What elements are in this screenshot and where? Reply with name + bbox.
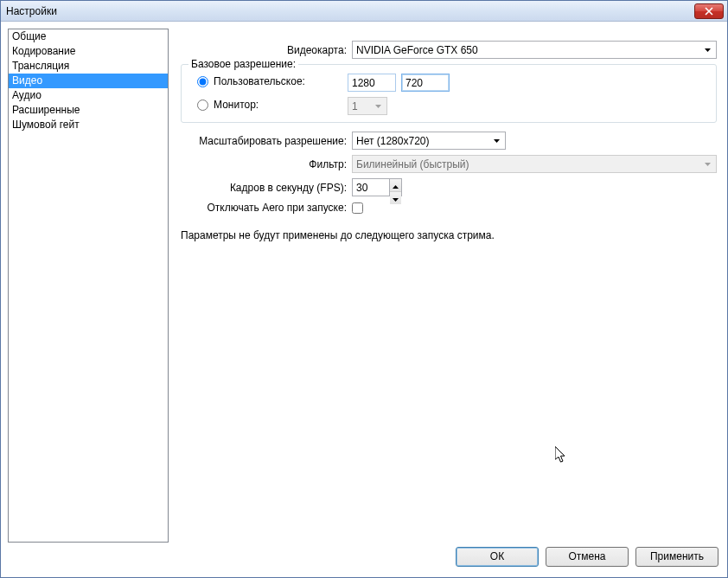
close-icon	[705, 3, 713, 19]
fps-input[interactable]	[352, 178, 389, 196]
base-resolution-group: Базовое разрешение: Пользовательское:	[181, 64, 717, 123]
custom-height-input[interactable]	[401, 74, 450, 92]
chevron-up-icon	[393, 179, 399, 191]
radio-custom-label: Пользовательское:	[214, 75, 305, 87]
chevron-down-icon	[490, 132, 503, 149]
custom-width-input[interactable]	[348, 74, 396, 92]
dialog-button-bar: ОК Отмена Применить	[1, 543, 727, 577]
chevron-down-icon	[701, 42, 714, 58]
filter-combo: Билинейный (быстрый)	[352, 155, 717, 173]
fps-up-button[interactable]	[390, 179, 401, 192]
base-resolution-legend: Базовое разрешение:	[188, 58, 298, 70]
videocard-combo[interactable]: NVIDIA GeForce GTX 650	[352, 41, 717, 59]
sidebar-item-audio[interactable]: Аудио	[9, 88, 168, 103]
settings-window: Настройки Общие Кодирование Трансляция В…	[0, 0, 728, 578]
sidebar-item-stream[interactable]: Трансляция	[9, 59, 168, 74]
cancel-button[interactable]: Отмена	[546, 547, 629, 567]
sidebar-item-noisegate[interactable]: Шумовой гейт	[9, 118, 168, 132]
sidebar-item-general[interactable]: Общие	[9, 29, 168, 44]
radio-custom-input[interactable]	[197, 76, 208, 87]
aero-label: Отключать Aero при запуске:	[181, 202, 352, 214]
scale-label: Масштабировать разрешение:	[181, 135, 352, 147]
window-title: Настройки	[6, 5, 57, 17]
videocard-label: Видеокарта:	[181, 44, 352, 56]
videocard-value: NVIDIA GeForce GTX 650	[356, 44, 478, 56]
radio-custom-resolution[interactable]: Пользовательское:	[197, 75, 305, 87]
monitor-combo: 1	[348, 97, 387, 115]
aero-checkbox[interactable]	[352, 202, 363, 214]
fps-label: Кадров в секунду (FPS):	[181, 182, 352, 194]
ok-button[interactable]: ОК	[456, 547, 539, 567]
restart-note: Параметры не будут применены до следующе…	[181, 229, 717, 241]
scale-value: Нет (1280x720)	[356, 135, 429, 147]
radio-monitor-resolution[interactable]: Монитор:	[197, 99, 259, 111]
titlebar: Настройки	[1, 1, 727, 22]
apply-button[interactable]: Применить	[635, 547, 718, 567]
close-button[interactable]	[694, 3, 724, 19]
radio-monitor-input[interactable]	[197, 100, 208, 111]
radio-monitor-label: Монитор:	[214, 99, 259, 111]
sidebar-item-encoding[interactable]: Кодирование	[9, 44, 168, 59]
chevron-down-icon	[372, 98, 385, 114]
monitor-value: 1	[352, 100, 358, 112]
chevron-down-icon	[701, 156, 714, 172]
category-sidebar[interactable]: Общие Кодирование Трансляция Видео Аудио…	[8, 29, 169, 543]
filter-value: Билинейный (быстрый)	[356, 158, 469, 170]
scale-combo[interactable]: Нет (1280x720)	[352, 132, 506, 150]
content-pane: Видеокарта: NVIDIA GeForce GTX 650 Базов…	[177, 29, 720, 543]
sidebar-item-video[interactable]: Видео	[9, 74, 168, 88]
sidebar-item-advanced[interactable]: Расширенные	[9, 103, 168, 118]
fps-spinner[interactable]	[352, 178, 402, 196]
filter-label: Фильтр:	[181, 158, 352, 170]
